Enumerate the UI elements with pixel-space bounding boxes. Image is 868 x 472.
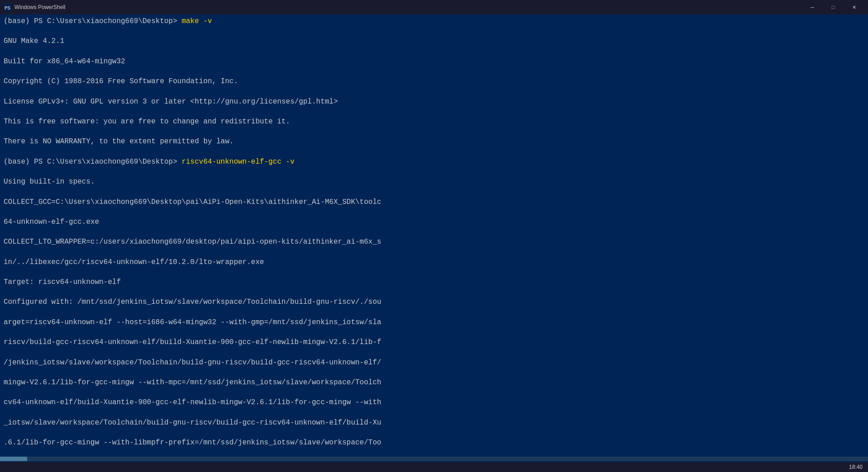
svg-text:PS: PS [5,5,11,11]
powershell-icon: PS [4,4,11,11]
minimize-button[interactable]: ─ [802,0,823,14]
titlebar-left: PS Windows PowerShell [4,4,66,11]
titlebar-controls: ─ □ ✕ [802,0,864,14]
maximize-button[interactable]: □ [823,0,844,14]
scrollbar-track[interactable] [0,457,868,461]
horizontal-scrollbar[interactable] [0,456,868,462]
titlebar: PS Windows PowerShell ─ □ ✕ [0,0,868,14]
terminal-output: (base) PS C:\Users\xiaochong669\Desktop>… [4,16,864,456]
close-button[interactable]: ✕ [844,0,864,14]
scrollbar-thumb[interactable] [0,457,27,461]
powershell-window: PS Windows PowerShell ─ □ ✕ (base) PS C:… [0,0,868,472]
statusbar: 18:40 [0,462,868,472]
terminal-body[interactable]: (base) PS C:\Users\xiaochong669\Desktop>… [0,14,868,456]
clock: 18:40 [849,464,863,470]
titlebar-title: Windows PowerShell [14,4,66,10]
